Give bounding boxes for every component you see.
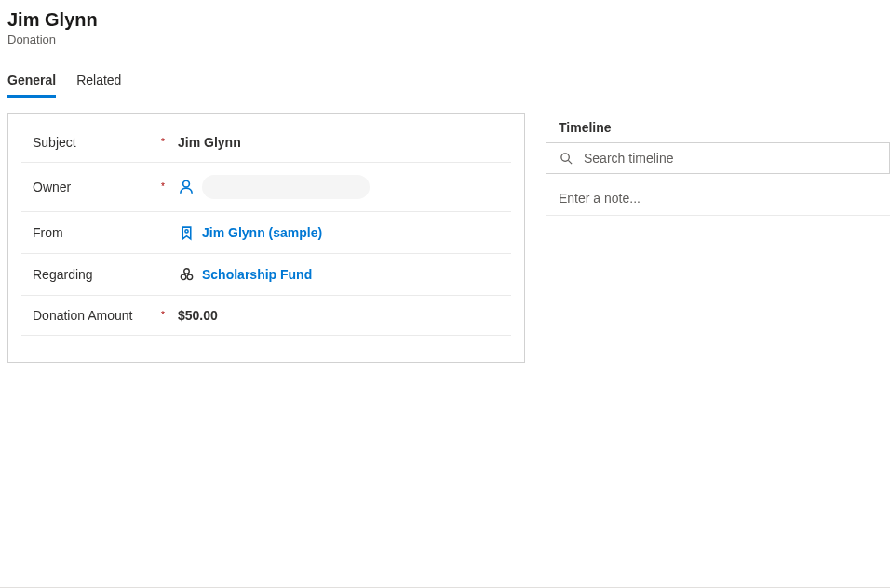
field-label: Owner bbox=[21, 180, 161, 194]
timeline-title: Timeline bbox=[546, 116, 890, 142]
field-value-subject: Jim Glynn bbox=[178, 135, 511, 150]
entity-icon bbox=[178, 266, 195, 283]
timeline-panel: Timeline Enter a note... bbox=[546, 113, 890, 363]
regarding-link[interactable]: Scholarship Fund bbox=[202, 267, 312, 282]
search-icon bbox=[558, 150, 574, 167]
field-owner[interactable]: Owner * bbox=[21, 163, 511, 212]
svg-point-4 bbox=[187, 274, 193, 280]
svg-point-1 bbox=[184, 229, 187, 232]
field-regarding[interactable]: Regarding Scholarship Fund bbox=[21, 254, 511, 296]
page-subtitle: Donation bbox=[7, 33, 883, 47]
field-subject[interactable]: Subject * Jim Glynn bbox=[21, 123, 511, 163]
page-title: Jim Glynn bbox=[7, 9, 883, 31]
field-label: Subject bbox=[21, 135, 161, 150]
contact-icon bbox=[178, 224, 195, 241]
field-donation-amount[interactable]: Donation Amount * $50.00 bbox=[21, 296, 511, 336]
note-input[interactable]: Enter a note... bbox=[546, 181, 890, 216]
svg-point-3 bbox=[181, 274, 186, 280]
field-label: Donation Amount bbox=[21, 308, 161, 323]
search-input[interactable] bbox=[584, 151, 878, 166]
required-marker-icon: * bbox=[161, 138, 178, 147]
person-icon bbox=[178, 179, 195, 195]
from-link[interactable]: Jim Glynn (sample) bbox=[202, 225, 322, 240]
field-label: From bbox=[21, 225, 161, 240]
field-from[interactable]: From Jim Glynn (sample) bbox=[21, 212, 511, 254]
form-panel: Subject * Jim Glynn Owner * From bbox=[7, 113, 525, 363]
field-label: Regarding bbox=[21, 267, 161, 282]
svg-point-5 bbox=[560, 153, 568, 160]
required-marker-icon: * bbox=[161, 311, 178, 320]
svg-line-6 bbox=[568, 160, 572, 164]
svg-point-2 bbox=[183, 268, 189, 274]
tabs: General Related bbox=[0, 67, 890, 98]
timeline-search[interactable] bbox=[546, 142, 890, 174]
tab-related[interactable]: Related bbox=[76, 67, 121, 97]
svg-point-0 bbox=[183, 180, 190, 187]
field-value-amount: $50.00 bbox=[178, 308, 511, 323]
required-marker-icon: * bbox=[161, 182, 178, 192]
owner-lookup-pill[interactable] bbox=[202, 175, 370, 199]
tab-general[interactable]: General bbox=[7, 67, 56, 98]
